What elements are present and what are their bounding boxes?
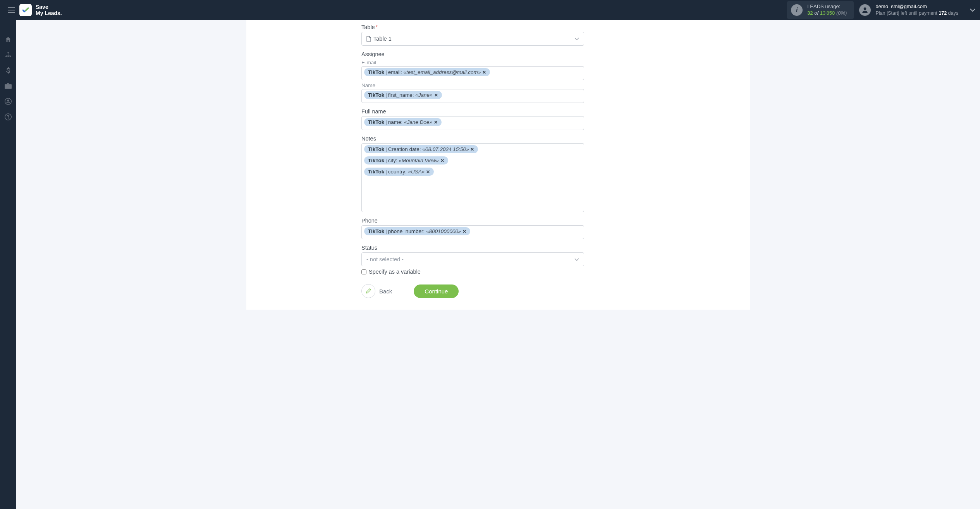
back-button[interactable]: Back [361,284,392,298]
email-input[interactable]: TikTok| email: «test_email_address@mail.… [361,66,584,80]
user-plan: Plan |Start| left until payment 172 days [875,10,958,16]
remove-tag-icon[interactable]: ✕ [434,93,438,98]
sidebar [0,20,16,310]
specify-checkbox-input[interactable] [361,269,366,274]
app-name: Save My Leads. [36,4,62,16]
svg-rect-4 [10,56,11,57]
remove-tag-icon[interactable]: ✕ [426,169,430,175]
main-content: Table* Table 1 Assignee E-mail [16,20,980,310]
fullname-input[interactable]: TikTok| name: «Jane Doe» ✕ [361,116,584,130]
svg-point-0 [864,7,867,10]
app-logo[interactable] [19,4,32,16]
chevron-down-icon [970,9,975,12]
email-tag[interactable]: TikTok| email: «test_email_address@mail.… [364,68,490,76]
fullname-tag[interactable]: TikTok| name: «Jane Doe» ✕ [364,118,442,126]
fullname-label: Full name [361,108,584,115]
svg-point-8 [8,118,9,119]
notes-tag-1[interactable]: TikTok| city: «Mountain View» ✕ [364,156,448,165]
svg-point-6 [7,99,9,101]
notes-label: Notes [361,135,584,142]
phone-input[interactable]: TikTok| phone_number: «8001000000» ✕ [361,225,584,239]
leads-usage-box[interactable]: i LEADS usage: 32 of 13'850 (0%) [787,1,854,19]
sidebar-item-briefcase[interactable] [0,78,16,94]
status-select[interactable]: - not selected - [361,252,584,266]
remove-tag-icon[interactable]: ✕ [440,158,444,163]
table-select[interactable]: Table 1 [361,32,584,46]
notes-tag-2[interactable]: TikTok| country: «USA» ✕ [364,168,434,176]
notes-tag-0[interactable]: TikTok| Creation date: «08.07.2024 15:50… [364,145,478,153]
notes-input[interactable]: TikTok| Creation date: «08.07.2024 15:50… [361,143,584,212]
svg-rect-2 [5,56,7,57]
usage-used: 32 [807,10,813,16]
specify-variable-checkbox[interactable]: Specify as a variable [361,269,584,275]
hamburger-icon[interactable] [5,7,18,13]
remove-tag-icon[interactable]: ✕ [470,147,474,152]
sidebar-item-billing[interactable] [0,63,16,78]
usage-label: LEADS usage: [807,3,847,10]
sidebar-item-account[interactable] [0,94,16,109]
info-icon: i [791,4,803,16]
assignee-label: Assignee [361,51,584,57]
sidebar-item-help[interactable] [0,109,16,125]
file-icon [366,36,371,42]
phone-label: Phone [361,218,584,224]
sidebar-item-home[interactable] [0,32,16,47]
status-placeholder: - not selected - [366,256,404,262]
remove-tag-icon[interactable]: ✕ [434,120,438,125]
avatar-icon [859,4,871,16]
name-tag[interactable]: TikTok| first_name: «Jane» ✕ [364,91,442,99]
email-label: E-mail [361,60,584,65]
chevron-down-icon [574,38,579,40]
name-label: Name [361,82,584,88]
continue-button[interactable]: Continue [414,284,459,298]
svg-rect-3 [8,56,9,57]
name-input[interactable]: TikTok| first_name: «Jane» ✕ [361,89,584,103]
svg-rect-1 [8,52,9,53]
app-header: Save My Leads. i LEADS usage: 32 of 13'8… [0,0,980,20]
phone-tag[interactable]: TikTok| phone_number: «8001000000» ✕ [364,227,470,235]
chevron-down-icon [574,258,579,261]
remove-tag-icon[interactable]: ✕ [482,70,486,75]
user-email: demo_sml@gmail.com [875,3,958,10]
user-menu[interactable]: demo_sml@gmail.com Plan |Start| left unt… [859,3,975,16]
remove-tag-icon[interactable]: ✕ [462,229,466,234]
sidebar-item-integrations[interactable] [0,47,16,63]
table-label: Table* [361,24,584,30]
status-label: Status [361,245,584,251]
edit-icon [361,284,375,298]
table-value: Table 1 [373,36,392,42]
